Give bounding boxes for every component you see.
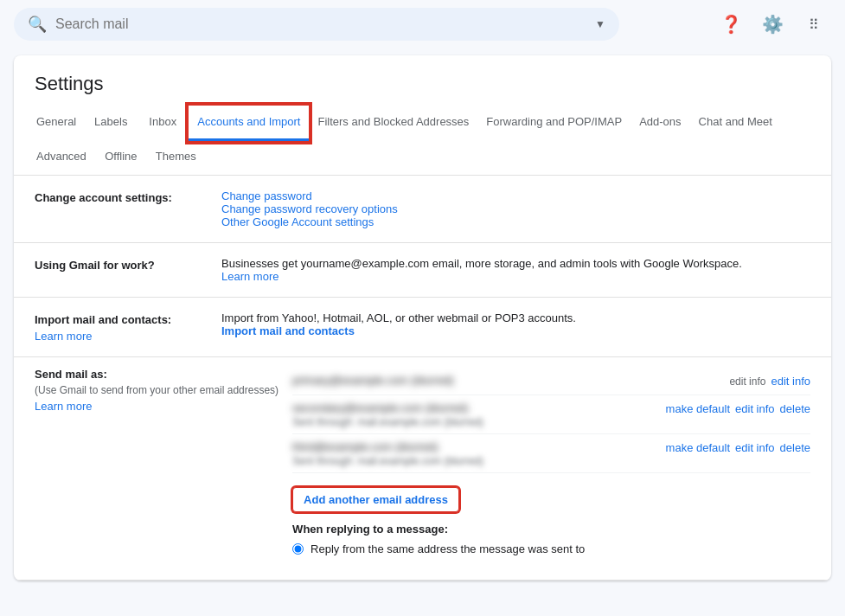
tab-filters[interactable]: Filters and Blocked Addresses <box>309 106 477 141</box>
top-right-icons: ❓ ⚙️ ⠿ <box>714 7 831 42</box>
tab-accounts[interactable]: Accounts and Import <box>189 106 309 141</box>
send-mail-entry-2: secondary@example.com (blurred) Sent thr… <box>292 395 810 434</box>
gmail-work-section: Using Gmail for work? Businesses get you… <box>14 243 831 298</box>
send-mail-email-3: third@example.com (blurred) <box>292 440 665 455</box>
tab-inbox[interactable]: Inbox <box>137 106 189 141</box>
add-email-button[interactable]: Add another email address <box>292 487 459 512</box>
tab-general[interactable]: General <box>28 106 85 141</box>
reply-section: When replying to a message: Reply from t… <box>292 512 810 569</box>
send-mail-label: Send mail as: (Use Gmail to send from yo… <box>35 368 278 413</box>
send-mail-email-1: primary@example.com (blurred) <box>292 373 729 388</box>
reply-option-text: Reply from the same address the message … <box>310 542 585 555</box>
search-input[interactable] <box>55 16 586 32</box>
default-badge: edit info <box>729 375 765 388</box>
tab-themes[interactable]: Themes <box>147 140 205 176</box>
add-email-container: Add another email address <box>292 480 810 512</box>
send-mail-entries: primary@example.com (blurred) edit info … <box>292 368 810 569</box>
tab-addons[interactable]: Add-ons <box>631 106 689 141</box>
make-default-link-2[interactable]: make default <box>666 402 730 415</box>
grid-menu-button[interactable]: ⠿ <box>797 7 831 42</box>
reply-radio[interactable] <box>292 543 304 555</box>
send-mail-sub-2: Sent through: mail.example.com (blurred) <box>292 416 665 428</box>
send-mail-sub-3: Sent through: mail.example.com (blurred) <box>292 455 665 467</box>
delete-link-2[interactable]: delete <box>780 402 810 415</box>
page-title: Settings <box>14 55 831 106</box>
send-mail-learn-more[interactable]: Learn more <box>35 400 278 413</box>
tab-advanced[interactable]: Advanced <box>28 140 95 176</box>
change-account-value: Change password Change password recovery… <box>221 189 810 228</box>
tab-forwarding[interactable]: Forwarding and POP/IMAP <box>477 106 631 141</box>
import-mail-description: Import from Yahoo!, Hotmail, AOL, or oth… <box>221 311 576 324</box>
send-mail-actions-1: edit info edit info <box>729 373 810 388</box>
search-icon: 🔍 <box>28 15 47 34</box>
make-default-link-3[interactable]: make default <box>666 441 730 454</box>
send-mail-section: Send mail as: (Use Gmail to send from yo… <box>14 357 831 581</box>
send-mail-entry-3: third@example.com (blurred) Sent through… <box>292 434 810 473</box>
change-account-label: Change account settings: <box>35 189 208 204</box>
dropdown-arrow-icon[interactable]: ▼ <box>595 18 605 30</box>
edit-info-link-2[interactable]: edit info <box>735 402 775 415</box>
delete-link-3[interactable]: delete <box>780 441 810 454</box>
settings-button[interactable]: ⚙️ <box>755 7 790 42</box>
send-mail-note: (Use Gmail to send from your other email… <box>35 384 278 396</box>
send-mail-email-col-2: secondary@example.com (blurred) Sent thr… <box>292 401 665 428</box>
gmail-work-description: Businesses get yourname@example.com emai… <box>221 257 742 270</box>
tabs-row: General Labels Inbox Accounts and Import… <box>14 106 831 176</box>
import-mail-value: Import from Yahoo!, Hotmail, AOL, or oth… <box>221 311 810 337</box>
top-bar: 🔍 ▼ ❓ ⚙️ ⠿ <box>0 0 845 48</box>
import-mail-label: Import mail and contacts: Learn more <box>35 311 208 343</box>
send-mail-actions-3: make default edit info delete <box>666 440 810 454</box>
edit-info-link-3[interactable]: edit info <box>735 441 775 454</box>
send-mail-email-col-1: primary@example.com (blurred) <box>292 373 729 388</box>
import-mail-learn-more[interactable]: Learn more <box>35 330 208 343</box>
send-mail-actions-2: make default edit info delete <box>666 401 810 415</box>
gmail-work-value: Businesses get yourname@example.com emai… <box>221 257 810 283</box>
import-mail-section: Import mail and contacts: Learn more Imp… <box>14 298 831 357</box>
tab-labels[interactable]: Labels <box>85 106 137 141</box>
send-mail-email-2: secondary@example.com (blurred) <box>292 401 665 416</box>
change-password-recovery-link[interactable]: Change password recovery options <box>221 202 398 215</box>
help-button[interactable]: ❓ <box>714 7 748 42</box>
reply-label: When replying to a message: <box>292 523 790 536</box>
reply-option: Reply from the same address the message … <box>292 542 790 555</box>
google-account-settings-link[interactable]: Other Google Account settings <box>221 215 374 228</box>
gmail-work-label: Using Gmail for work? <box>35 257 208 272</box>
send-mail-main-label: Send mail as: <box>35 368 278 381</box>
change-account-section: Change account settings: Change password… <box>14 176 831 243</box>
search-box[interactable]: 🔍 ▼ <box>14 8 619 41</box>
edit-info-link-1[interactable]: edit info <box>771 375 810 388</box>
settings-container: Settings General Labels Inbox Accounts a… <box>14 55 831 581</box>
gmail-work-learn-more[interactable]: Learn more <box>221 270 278 283</box>
tab-chat[interactable]: Chat and Meet <box>690 106 781 141</box>
change-password-link[interactable]: Change password <box>221 189 312 202</box>
send-mail-email-col-3: third@example.com (blurred) Sent through… <box>292 440 665 467</box>
send-mail-entry-1: primary@example.com (blurred) edit info … <box>292 368 810 395</box>
import-mail-action-link[interactable]: Import mail and contacts <box>221 324 355 337</box>
tab-offline[interactable]: Offline <box>95 140 147 176</box>
